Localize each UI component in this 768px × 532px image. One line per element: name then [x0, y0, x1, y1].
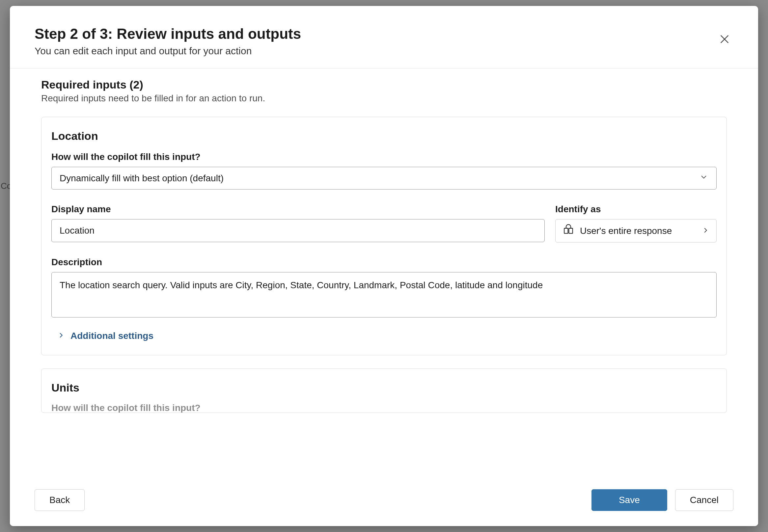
entity-icon — [563, 224, 574, 238]
cancel-button[interactable]: Cancel — [675, 489, 733, 511]
close-button[interactable] — [716, 30, 733, 49]
fill-method-select[interactable]: Dynamically fill with best option (defau… — [51, 167, 717, 190]
input-card-location: Location How will the copilot fill this … — [41, 117, 727, 355]
input-title: Location — [51, 130, 717, 142]
chevron-right-icon — [702, 226, 709, 236]
required-inputs-heading: Required inputs (2) — [41, 78, 727, 91]
identify-as-label: Identify as — [555, 204, 717, 215]
dialog-footer: Back Save Cancel — [10, 476, 758, 526]
fill-method-label: How will the copilot fill this input? — [51, 152, 717, 162]
identify-as-value: User's entire response — [580, 226, 696, 236]
svg-rect-2 — [564, 228, 568, 234]
description-label: Description — [51, 257, 717, 267]
chevron-right-icon — [57, 332, 64, 340]
dialog-subtitle: You can edit each input and output for y… — [35, 45, 301, 57]
fill-method-value: Dynamically fill with best option (defau… — [60, 173, 224, 184]
display-name-label: Display name — [51, 204, 545, 215]
description-input[interactable] — [51, 272, 717, 317]
dialog-body: Required inputs (2) Required inputs need… — [10, 68, 758, 476]
input-card-units: Units How will the copilot fill this inp… — [41, 368, 727, 413]
input-title: Units — [51, 381, 717, 394]
back-button[interactable]: Back — [35, 489, 85, 511]
save-button[interactable]: Save — [592, 489, 667, 511]
close-icon — [719, 41, 730, 46]
review-inputs-dialog: Step 2 of 3: Review inputs and outputs Y… — [10, 6, 758, 526]
chevron-down-icon — [699, 172, 708, 184]
display-name-input[interactable] — [51, 219, 545, 242]
dialog-header: Step 2 of 3: Review inputs and outputs Y… — [10, 6, 758, 68]
fill-method-label: How will the copilot fill this input? — [51, 403, 717, 413]
additional-settings-label: Additional settings — [70, 331, 153, 341]
identify-as-button[interactable]: User's entire response — [555, 219, 717, 242]
required-inputs-subtitle: Required inputs need to be filled in for… — [41, 93, 727, 104]
svg-rect-3 — [569, 228, 572, 234]
dialog-title: Step 2 of 3: Review inputs and outputs — [35, 26, 301, 42]
additional-settings-toggle[interactable]: Additional settings — [57, 331, 153, 341]
